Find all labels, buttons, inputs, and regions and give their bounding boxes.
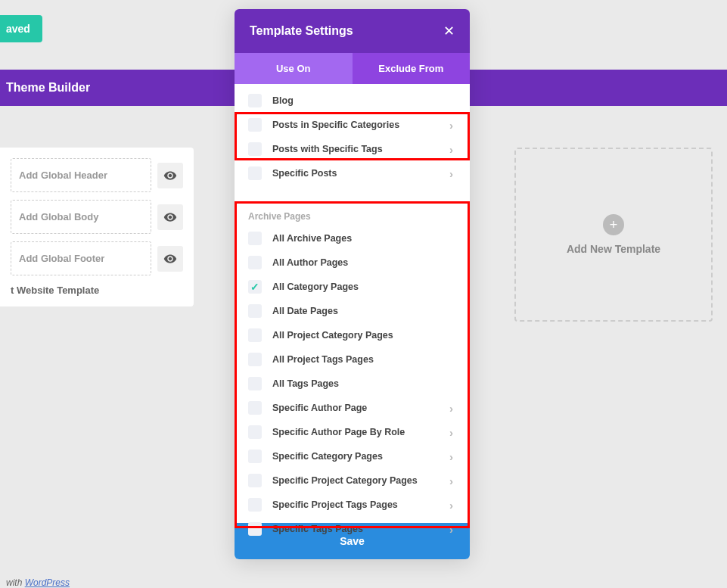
checkbox[interactable] [248, 280, 262, 294]
tab-use-on[interactable]: Use On [235, 53, 353, 84]
item-blog[interactable]: Blog [235, 89, 470, 113]
chevron-right-icon: › [449, 499, 456, 512]
chevron-right-icon: › [449, 474, 456, 487]
checkbox[interactable] [248, 118, 262, 132]
archive-item[interactable]: Specific Author Page By Role› [235, 420, 470, 444]
checkbox[interactable] [248, 401, 262, 415]
modal-tabs: Use On Exclude From [235, 53, 470, 84]
item-posts-tags[interactable]: Posts with Specific Tags › [235, 137, 470, 161]
add-global-footer[interactable]: Add Global Footer [11, 241, 151, 275]
default-template-panel: Add Global Header Add Global Body Add Gl… [0, 148, 194, 306]
scrollbar-thumb[interactable] [469, 258, 470, 278]
chevron-right-icon: › [449, 402, 456, 415]
chevron-right-icon: › [449, 523, 456, 536]
checkbox[interactable] [248, 377, 262, 390]
chevron-right-icon: › [449, 143, 456, 156]
checkbox[interactable] [248, 450, 262, 463]
checkbox[interactable] [248, 256, 262, 269]
checkbox[interactable] [248, 328, 262, 342]
tab-exclude-from[interactable]: Exclude From [353, 53, 471, 84]
archive-item[interactable]: All Author Pages [235, 250, 470, 275]
archive-item[interactable]: Specific Category Pages› [235, 444, 470, 468]
visibility-toggle-header[interactable] [157, 163, 183, 188]
chevron-right-icon: › [449, 167, 456, 180]
theme-builder-title: Theme Builder [0, 81, 90, 95]
item-label: All Date Pages [272, 306, 456, 316]
item-posts-categories[interactable]: Posts in Specific Categories › [235, 113, 470, 137]
item-specific-posts[interactable]: Specific Posts › [235, 161, 470, 185]
item-label: All Archive Pages [272, 233, 456, 244]
checkbox[interactable] [248, 425, 262, 439]
archive-item[interactable]: Specific Author Page› [235, 396, 470, 420]
archive-item[interactable]: All Archive Pages [235, 226, 470, 250]
modal-header: Template Settings ✕ [235, 9, 470, 53]
item-label: All Category Pages [272, 282, 456, 292]
saved-button[interactable]: aved [0, 15, 42, 42]
archive-item[interactable]: Specific Project Tags Pages› [235, 493, 470, 517]
archive-item[interactable]: All Project Tags Pages [235, 347, 470, 372]
checkbox[interactable] [248, 142, 262, 156]
archive-item[interactable]: Specific Project Category Pages› [235, 468, 470, 493]
visibility-toggle-body[interactable] [157, 204, 183, 230]
checkbox[interactable] [248, 94, 262, 107]
modal-content: Blog Posts in Specific Categories › Post… [235, 84, 470, 523]
item-label: Specific Project Tags Pages [272, 499, 449, 510]
visibility-toggle-footer[interactable] [157, 246, 183, 272]
chevron-right-icon: › [449, 426, 456, 439]
close-icon[interactable]: ✕ [443, 23, 455, 39]
item-label: Specific Project Category Pages [272, 475, 449, 486]
item-label: Specific Category Pages [272, 451, 449, 462]
eye-icon [163, 169, 177, 182]
template-settings-modal: Template Settings ✕ Use On Exclude From … [235, 9, 470, 559]
item-label: Specific Author Page [272, 403, 449, 413]
item-label: All Project Tags Pages [272, 354, 456, 365]
item-label: Posts with Specific Tags [272, 144, 449, 154]
modal-title: Template Settings [250, 24, 353, 38]
checkbox[interactable] [248, 353, 262, 366]
add-global-body[interactable]: Add Global Body [11, 200, 151, 234]
wordpress-link[interactable]: WordPress [25, 577, 70, 588]
add-global-header[interactable]: Add Global Header [11, 158, 151, 192]
item-label: All Project Category Pages [272, 330, 456, 341]
chevron-right-icon: › [449, 119, 456, 132]
eye-icon [163, 252, 177, 266]
plus-icon: + [603, 214, 624, 235]
item-label: Specific Posts [272, 168, 449, 179]
archive-section-title: Archive Pages [235, 204, 470, 226]
chevron-right-icon: › [449, 450, 456, 463]
checkbox[interactable] [248, 522, 262, 536]
item-label: Posts in Specific Categories [272, 120, 449, 130]
add-new-template-panel[interactable]: + Add New Template [514, 148, 713, 322]
archive-item[interactable]: All Category Pages [235, 275, 470, 299]
checkbox[interactable] [248, 474, 262, 487]
item-label: Specific Author Page By Role [272, 427, 449, 437]
eye-icon [163, 210, 177, 224]
checkbox[interactable] [248, 166, 262, 180]
item-label: Specific Tags Pages [272, 524, 449, 534]
item-label: Blog [272, 95, 456, 106]
archive-item[interactable]: Specific Tags Pages› [235, 517, 470, 541]
item-label: All Tags Pages [272, 378, 456, 389]
checkbox[interactable] [248, 498, 262, 512]
template-subtitle: t Website Template [11, 285, 183, 296]
add-new-template-label: Add New Template [567, 243, 660, 255]
archive-item[interactable]: All Date Pages [235, 299, 470, 323]
archive-item[interactable]: All Tags Pages [235, 372, 470, 396]
footer-credit: with WordPress [6, 577, 70, 588]
checkbox[interactable] [248, 304, 262, 318]
checkbox[interactable] [248, 232, 262, 245]
item-label: All Author Pages [272, 257, 456, 268]
archive-item[interactable]: All Project Category Pages [235, 323, 470, 347]
